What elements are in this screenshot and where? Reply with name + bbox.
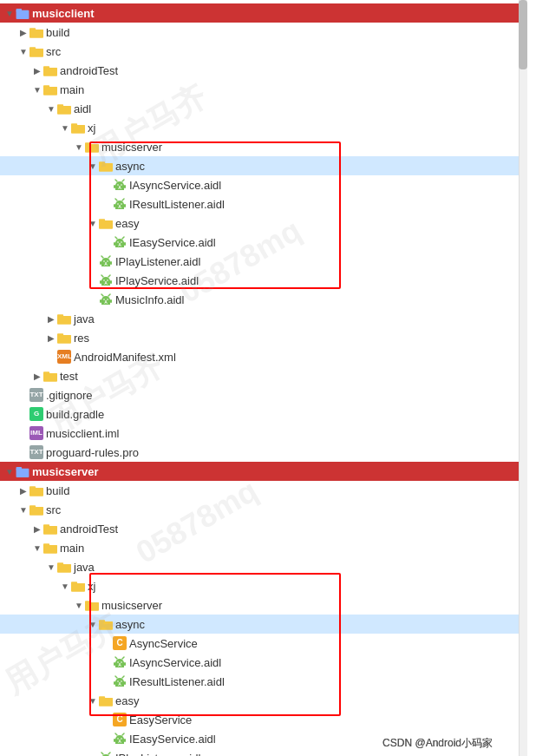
svg-line-144 <box>122 733 124 735</box>
tree-row[interactable]: A IPlayListener.aidl <box>0 252 527 271</box>
tree-arrow[interactable]: ▼ <box>87 219 99 228</box>
tree-arrow[interactable]: ▼ <box>3 467 16 477</box>
tree-row[interactable]: XMLAndroidManifest.xml <box>0 347 527 366</box>
tree-row[interactable]: CAsyncService <box>0 634 527 653</box>
svg-line-122 <box>115 657 117 659</box>
tree-row[interactable]: TXT.gitignore <box>0 385 527 404</box>
tree-row[interactable]: TXTproguard-rules.pro <box>0 443 527 462</box>
tree-arrow[interactable]: ▶ <box>31 371 43 381</box>
tree-row[interactable]: ▼ musicserver <box>0 595 527 615</box>
tree-row[interactable]: ▼ musicserver <box>0 462 527 481</box>
tree-row[interactable]: ▼ xj <box>0 118 527 137</box>
svg-line-40 <box>122 199 124 201</box>
tree-row[interactable]: ▶ test <box>0 366 527 385</box>
tree-node-label: musicclient <box>32 7 95 20</box>
tree-row[interactable]: ▼ easy <box>0 691 527 710</box>
scrollbar[interactable] <box>519 0 527 756</box>
tree-row[interactable]: ▼ java <box>0 557 527 576</box>
tree-arrow[interactable]: ▶ <box>31 524 43 534</box>
folder-icon <box>71 581 85 592</box>
tree-row[interactable]: A IPlayService.aidl <box>0 271 527 290</box>
tree-node-label: xj <box>88 122 95 135</box>
svg-rect-13 <box>43 86 57 94</box>
tree-row[interactable]: ▶ androidTest <box>0 519 527 538</box>
tree-arrow[interactable]: ▶ <box>45 314 57 324</box>
tree-row[interactable]: CEasyService <box>0 710 527 729</box>
tree-arrow[interactable]: ▼ <box>59 123 71 133</box>
tree-arrow[interactable]: ▼ <box>17 505 29 515</box>
tree-row[interactable]: Gbuild.gradle <box>0 404 527 424</box>
tree-node-label: IAsyncService.aidl <box>129 656 221 669</box>
tree-row[interactable]: ▼ xj <box>0 576 527 595</box>
tree-arrow[interactable]: ▼ <box>73 142 85 152</box>
tree-row[interactable]: ▼ async <box>0 615 527 634</box>
tree-row[interactable]: A IEasyService.aidl <box>0 233 527 252</box>
tree-row[interactable]: ▼ main <box>0 538 527 557</box>
tree-row[interactable]: ▼ async <box>0 156 527 175</box>
svg-rect-4 <box>29 29 43 36</box>
java-class-icon: C <box>113 713 127 726</box>
android-file-icon: A <box>113 655 127 669</box>
tree-arrow[interactable]: ▶ <box>31 66 43 76</box>
tree-row[interactable]: ▼ src <box>0 500 527 519</box>
svg-rect-138 <box>99 697 113 705</box>
tree-row[interactable]: A IAsyncService.aidl <box>0 175 527 194</box>
android-file-icon: A <box>113 197 127 211</box>
tree-node-label: musicserver <box>101 599 162 612</box>
tree-node-label: MusicInfo.aidl <box>115 293 184 306</box>
tree-row[interactable]: ▶ res <box>0 328 527 347</box>
scrollbar-thumb[interactable] <box>519 0 527 69</box>
tree-arrow[interactable]: ▼ <box>87 696 99 706</box>
tree-arrow[interactable]: ▼ <box>73 601 85 610</box>
tree-row[interactable]: ▶ java <box>0 309 527 328</box>
tree-node-label: musicserver <box>101 141 162 154</box>
tree-node-label: IPlayService.aidl <box>115 274 199 287</box>
svg-rect-117 <box>99 621 113 628</box>
tree-row[interactable]: ▶ androidTest <box>0 61 527 80</box>
tree-node-label: test <box>60 370 78 383</box>
tree-row[interactable]: ▶ build <box>0 23 527 42</box>
svg-rect-46 <box>99 220 113 227</box>
tree-row[interactable]: ▼ main <box>0 80 527 99</box>
tree-arrow[interactable]: ▼ <box>31 543 43 553</box>
tree-row[interactable]: A IResultListener.aidl <box>0 672 527 691</box>
tree-arrow[interactable]: ▼ <box>31 85 43 95</box>
tree-arrow[interactable]: ▼ <box>45 562 57 572</box>
svg-rect-33 <box>124 185 126 188</box>
tree-row[interactable]: A IAsyncService.aidl <box>0 653 527 672</box>
tree-row[interactable]: ▼ musicclient <box>0 3 527 23</box>
tree-row[interactable]: A MusicInfo.aidl <box>0 290 527 309</box>
tree-node-label: xj <box>88 580 95 593</box>
tree-row[interactable]: A IResultListener.aidl <box>0 194 527 214</box>
svg-rect-63 <box>110 261 112 265</box>
tree-arrow[interactable]: ▼ <box>87 620 99 629</box>
android-file-icon: A <box>99 254 113 268</box>
tree-row[interactable]: ▼ aidl <box>0 99 527 118</box>
tree-row[interactable]: ▼ src <box>0 42 527 61</box>
tree-row[interactable]: ▼ easy <box>0 214 527 233</box>
tree-arrow[interactable]: ▼ <box>17 47 29 56</box>
tree-arrow[interactable]: ▼ <box>3 9 16 18</box>
tree-row[interactable]: ▶ build <box>0 481 527 500</box>
android-file-icon: A <box>113 732 127 746</box>
tree-arrow[interactable]: ▶ <box>17 486 29 496</box>
svg-rect-88 <box>57 334 71 342</box>
tree-arrow[interactable]: ▼ <box>87 161 99 171</box>
tree-node-label: IResultListener.aidl <box>129 198 225 211</box>
tree-arrow[interactable]: ▼ <box>59 582 71 591</box>
folder-icon <box>57 103 71 115</box>
svg-rect-10 <box>43 67 57 75</box>
tree-node-label: EasyService <box>129 713 192 726</box>
svg-rect-16 <box>57 105 71 113</box>
tree-arrow[interactable]: ▶ <box>17 28 29 37</box>
svg-text:A: A <box>104 299 108 305</box>
tree-arrow[interactable]: ▶ <box>45 333 57 343</box>
tree-node-label: IEasyService.aidl <box>129 236 216 249</box>
tree-row[interactable]: IMLmusicclient.iml <box>0 424 527 443</box>
folder-icon <box>57 332 71 344</box>
tree-row[interactable]: ▼ musicserver <box>0 137 527 156</box>
tree-node-label: main <box>60 83 84 96</box>
android-file-icon: A <box>113 674 127 688</box>
tree-arrow[interactable]: ▼ <box>45 104 57 114</box>
folder-icon <box>85 141 99 153</box>
